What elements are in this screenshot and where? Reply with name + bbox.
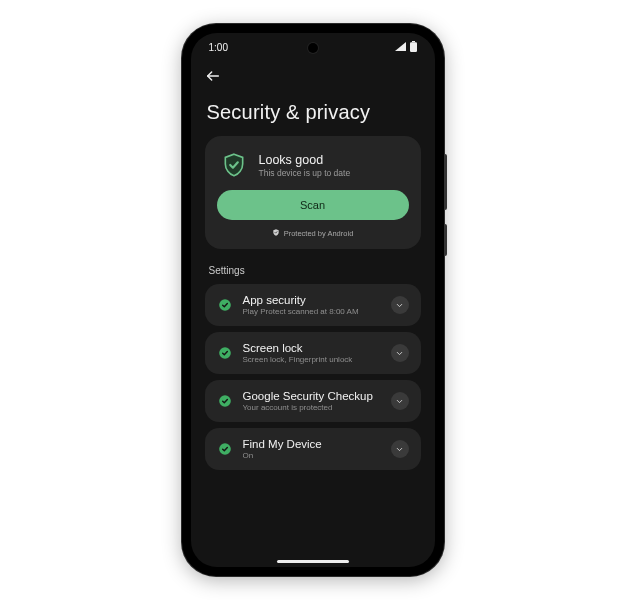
item-subtitle: Play Protect scanned at 8:00 AM [243,307,381,316]
chevron-down-icon [395,349,404,358]
settings-item-find-my-device[interactable]: Find My Device On [205,428,421,470]
settings-item-app-security[interactable]: App security Play Protect scanned at 8:0… [205,284,421,326]
check-circle-icon [217,297,233,313]
page-title: Security & privacy [207,101,421,124]
clock: 1:00 [209,42,228,53]
settings-item-screen-lock[interactable]: Screen lock Screen lock, Fingerprint unl… [205,332,421,374]
item-subtitle: Your account is protected [243,403,381,412]
protected-label: Protected by Android [284,229,354,238]
expand-button[interactable] [391,392,409,410]
protected-by-android: Protected by Android [217,228,409,239]
volume-button [444,154,447,210]
item-title: Screen lock [243,342,381,354]
section-label: Settings [209,265,421,276]
screen: 1:00 Security & privacy [191,33,435,567]
chevron-down-icon [395,445,404,454]
status-title: Looks good [259,153,351,167]
item-subtitle: Screen lock, Fingerprint unlock [243,355,381,364]
shield-check-icon [219,150,249,180]
expand-button[interactable] [391,344,409,362]
check-circle-icon [217,345,233,361]
shield-icon [272,228,280,239]
item-title: Find My Device [243,438,381,450]
front-camera [308,43,318,53]
power-button [444,224,447,256]
expand-button[interactable] [391,440,409,458]
check-circle-icon [217,393,233,409]
signal-icon [395,42,406,53]
svg-rect-0 [412,41,415,42]
settings-item-google-security-checkup[interactable]: Google Security Checkup Your account is … [205,380,421,422]
svg-rect-1 [410,42,417,52]
item-title: Google Security Checkup [243,390,381,402]
home-indicator[interactable] [277,560,349,563]
status-subtitle: This device is up to date [259,168,351,178]
status-card: Looks good This device is up to date Sca… [205,136,421,249]
expand-button[interactable] [391,296,409,314]
phone-frame: 1:00 Security & privacy [182,24,444,576]
battery-icon [410,41,417,54]
chevron-down-icon [395,301,404,310]
chevron-down-icon [395,397,404,406]
item-title: App security [243,294,381,306]
scan-button[interactable]: Scan [217,190,409,220]
check-circle-icon [217,441,233,457]
back-icon[interactable] [205,68,221,88]
item-subtitle: On [243,451,381,460]
